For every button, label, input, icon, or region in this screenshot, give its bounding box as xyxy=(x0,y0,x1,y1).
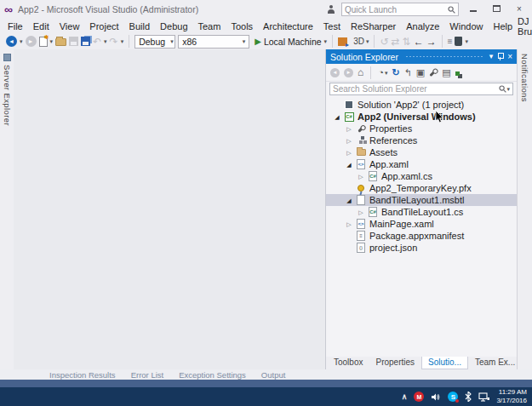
skype-icon[interactable]: S xyxy=(448,392,458,402)
tree-item[interactable]: ◢<>App.xaml xyxy=(326,158,517,170)
data-tools-button[interactable] xyxy=(455,35,462,48)
expander-collapsed-icon[interactable]: ▷ xyxy=(343,138,355,144)
configuration-dropdown[interactable]: Debug▾ xyxy=(134,35,175,49)
search-solution-explorer-input[interactable] xyxy=(333,84,499,94)
navigate-back-arrow-button[interactable]: ← xyxy=(414,35,424,48)
feedback-icon[interactable] xyxy=(327,5,335,14)
menu-item-team[interactable]: Team xyxy=(193,20,226,32)
solution-explorer-header[interactable]: Solution Explorer ▾ × xyxy=(326,49,517,64)
expander-collapsed-icon[interactable]: ▷ xyxy=(343,150,355,156)
menu-item-analyze[interactable]: Analyze xyxy=(401,20,444,32)
navigate-backward-dropdown-icon[interactable]: ▾ xyxy=(20,38,23,45)
tray-app-m-icon[interactable]: M xyxy=(414,392,424,402)
expander-collapsed-icon[interactable]: ▷ xyxy=(355,209,367,215)
tree-item[interactable]: ▷Properties xyxy=(326,123,517,134)
quick-launch-input[interactable] xyxy=(345,5,448,14)
close-panel-icon[interactable]: × xyxy=(507,53,512,61)
expander-collapsed-icon[interactable]: ▷ xyxy=(355,174,367,180)
redo-button[interactable]: ↷ xyxy=(110,35,118,48)
platform-dropdown[interactable]: x86▾ xyxy=(178,35,249,49)
expander-expanded-icon[interactable]: ◢ xyxy=(343,197,355,203)
menu-item-window[interactable]: Window xyxy=(444,20,488,32)
attach-to-process-button[interactable] xyxy=(338,35,347,48)
menu-item-tools[interactable]: Tools xyxy=(226,20,258,32)
undo-dropdown-icon[interactable]: ▾ xyxy=(104,38,107,45)
expander-expanded-icon[interactable]: ◢ xyxy=(331,114,343,120)
drag-handle[interactable] xyxy=(405,54,483,59)
panel-tab[interactable]: Properties xyxy=(369,357,420,369)
editor-empty-area[interactable] xyxy=(14,49,326,369)
expander-collapsed-icon[interactable]: ▷ xyxy=(343,221,355,227)
bottom-tab[interactable]: Inspection Results xyxy=(49,370,116,380)
navigate-forward-arrow-button[interactable]: → xyxy=(426,35,437,48)
panel-tab[interactable]: Solutio... xyxy=(421,357,468,369)
search-box[interactable]: ▾ xyxy=(329,83,513,95)
navigate-forward-button[interactable]: ► xyxy=(26,35,37,48)
quick-launch-box[interactable] xyxy=(341,3,459,16)
menu-item-file[interactable]: File xyxy=(3,20,28,32)
network-icon[interactable] xyxy=(478,392,489,402)
data-tools-dropdown-icon[interactable]: ▾ xyxy=(465,38,468,45)
list-button[interactable]: ≡ xyxy=(448,35,453,48)
window-position-icon[interactable]: ▾ xyxy=(489,53,494,60)
maximize-button[interactable] xyxy=(488,3,505,15)
bottom-tab[interactable]: Exception Settings xyxy=(179,370,246,380)
save-button[interactable] xyxy=(69,35,78,48)
tree-item[interactable]: ◢C#App2 (Universal Windows) xyxy=(326,111,517,123)
save-all-button[interactable] xyxy=(81,35,90,48)
view-mode-dropdown[interactable]: 3D ▾ xyxy=(353,35,369,48)
bluetooth-icon[interactable] xyxy=(465,392,472,402)
preview-selected-items-icon[interactable]: ▣ xyxy=(416,68,425,77)
server-explorer-tab[interactable]: Server Explorer xyxy=(3,65,12,126)
home-icon[interactable]: ⌂ xyxy=(358,67,363,77)
tree-item[interactable]: ▷C#App.xaml.cs xyxy=(326,170,517,182)
start-debugging-button[interactable]: ▶ Local Machine ▾ xyxy=(255,35,327,48)
open-file-button[interactable] xyxy=(55,35,66,48)
bottom-tab[interactable]: Error List xyxy=(131,370,164,380)
expander-collapsed-icon[interactable]: ▷ xyxy=(343,126,355,132)
menu-item-edit[interactable]: Edit xyxy=(28,20,54,32)
repeat-run-button[interactable]: ⇄ xyxy=(392,35,400,48)
tray-chevron-up-icon[interactable]: ∧ xyxy=(402,392,408,401)
tree-item[interactable]: App2_TemporaryKey.pfx xyxy=(326,182,517,194)
navigate-backward-button[interactable]: ◄ xyxy=(6,35,17,48)
back-icon[interactable]: ◄ xyxy=(330,68,340,77)
speaker-icon[interactable] xyxy=(431,392,441,402)
switch-views-icon[interactable] xyxy=(455,70,463,76)
new-file-dropdown-icon[interactable]: ▾ xyxy=(50,38,54,45)
pin-icon[interactable] xyxy=(497,53,503,60)
new-file-button[interactable] xyxy=(39,35,48,48)
menu-item-debug[interactable]: Debug xyxy=(155,20,192,32)
forward-icon[interactable]: ► xyxy=(344,68,353,77)
menu-item-view[interactable]: View xyxy=(54,20,85,32)
run-tests-button[interactable]: ↺ xyxy=(380,35,388,48)
tree-item[interactable]: ▷Assets xyxy=(326,146,517,158)
tree-item[interactable]: ▷C#BandTileLayout1.cs xyxy=(326,206,517,218)
collapse-all-icon[interactable]: ↰ xyxy=(404,68,412,77)
tree-item[interactable]: ◢BandTileLayout1.msbtl xyxy=(326,194,517,206)
panel-tab[interactable]: Team Ex... xyxy=(469,357,521,369)
show-all-files-icon[interactable]: ▤ xyxy=(442,68,450,77)
menu-item-help[interactable]: Help xyxy=(488,20,518,32)
undo-button[interactable]: ↶ xyxy=(93,35,101,48)
tree-item[interactable]: ▷<>MainPage.xaml xyxy=(326,218,517,230)
menu-item-test[interactable]: Test xyxy=(318,20,346,32)
tree-item[interactable]: ≡Package.appxmanifest xyxy=(326,230,517,242)
tree-item[interactable]: Solution 'App2' (1 project) xyxy=(326,99,517,111)
bottom-tab[interactable]: Output xyxy=(261,370,286,380)
properties-wrench-icon[interactable] xyxy=(429,71,438,74)
menu-item-project[interactable]: Project xyxy=(84,20,123,32)
menu-item-architecture[interactable]: Architecture xyxy=(258,20,318,32)
menu-item-resharper[interactable]: ReSharper xyxy=(346,20,401,32)
close-button[interactable]: × xyxy=(511,3,528,15)
pending-changes-filter-icon[interactable]: ◔▾ xyxy=(378,68,387,77)
notifications-tab[interactable]: Notifications xyxy=(520,54,529,102)
expander-expanded-icon[interactable]: ◢ xyxy=(343,162,355,168)
tree-item[interactable]: {}project.json xyxy=(326,242,517,254)
taskbar-clock[interactable]: 11:29 AM 3/17/2016 xyxy=(496,388,527,404)
tree-item[interactable]: ▷References xyxy=(326,134,517,146)
search-dropdown-icon[interactable]: ▾ xyxy=(506,86,510,93)
panel-tab[interactable]: Toolbox xyxy=(328,357,369,369)
menu-item-build[interactable]: Build xyxy=(124,20,155,32)
minimize-button[interactable] xyxy=(465,3,482,15)
